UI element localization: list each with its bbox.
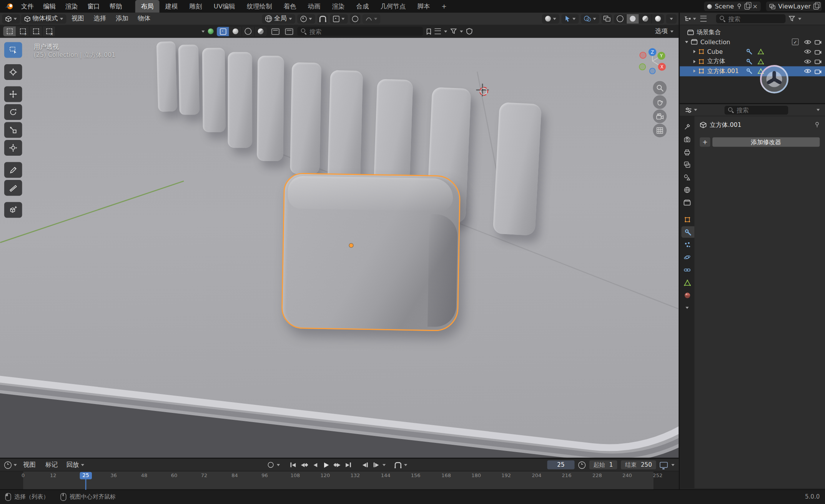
menu-object[interactable]: 物体 xyxy=(134,13,155,25)
panel-expand-icon[interactable] xyxy=(201,30,205,32)
selected-object-cube[interactable] xyxy=(281,173,461,331)
pivot-point-dropdown[interactable] xyxy=(297,14,315,23)
tab-render[interactable] xyxy=(680,134,694,145)
properties-search-input[interactable] xyxy=(737,106,785,113)
tab-output[interactable] xyxy=(680,146,694,158)
tool-rotate-button[interactable] xyxy=(4,104,22,120)
stamp-button-2[interactable] xyxy=(284,27,294,36)
mesh-tooth[interactable] xyxy=(290,62,321,174)
tool-scale-button[interactable] xyxy=(4,122,22,138)
start-frame-field[interactable]: 起始 1 xyxy=(589,461,617,469)
pin-icon[interactable] xyxy=(815,121,820,128)
workspace-tab-scripting[interactable]: 脚本 xyxy=(411,0,436,13)
outliner-row-cube[interactable]: Cube xyxy=(680,47,825,57)
axis-neg-x-ball[interactable] xyxy=(640,52,646,58)
viewport-canvas[interactable]: 用户透视 (25) Collection | 立方体.001 Z xyxy=(0,38,679,459)
object-visibility-dropdown[interactable] xyxy=(542,14,559,23)
auto-keying-toggle[interactable] xyxy=(266,460,275,470)
toggle-ortho-button[interactable] xyxy=(653,124,667,138)
axis-neg-y-ball[interactable] xyxy=(639,64,645,70)
outliner-search-input[interactable] xyxy=(728,15,782,22)
outliner-row-collection[interactable]: Collection ✓ xyxy=(680,37,825,47)
shape-sphere-button-1[interactable] xyxy=(230,27,242,36)
shading-solid-button[interactable] xyxy=(627,14,639,23)
navigation-gizmo[interactable]: Z Y X xyxy=(638,46,667,76)
menu-file[interactable]: 文件 xyxy=(16,0,38,13)
tab-object-data[interactable] xyxy=(680,277,694,288)
proportional-edit-toggle[interactable] xyxy=(350,14,360,23)
workspace-tab-rendering[interactable]: 渲染 xyxy=(326,0,351,13)
axis-neg-z-ball[interactable] xyxy=(650,68,655,74)
stopwatch-icon[interactable] xyxy=(578,461,585,469)
disable-render-toggle[interactable] xyxy=(815,37,822,47)
mode-dropdown[interactable]: 物体模式 xyxy=(21,14,67,23)
add-modifier-plus-button[interactable]: + xyxy=(700,137,710,147)
outliner-row-lifangti[interactable]: 立方体 xyxy=(680,57,825,66)
play-reverse-button[interactable] xyxy=(310,460,320,470)
jump-to-end-button[interactable] xyxy=(344,460,353,470)
select-subtract-button[interactable]: − xyxy=(30,26,43,36)
pin-icon[interactable] xyxy=(737,3,742,9)
tool-annotate-button[interactable] xyxy=(4,162,22,178)
next-frame-button[interactable] xyxy=(371,460,381,470)
expand-icon[interactable] xyxy=(694,70,695,73)
tool-search[interactable] xyxy=(297,27,423,36)
display-mode-icon[interactable] xyxy=(434,28,441,34)
expand-icon[interactable] xyxy=(694,50,695,53)
proportional-falloff-dropdown[interactable] xyxy=(363,14,381,23)
hide-viewport-toggle[interactable] xyxy=(804,37,811,47)
disable-render-toggle[interactable] xyxy=(815,66,822,76)
menu-add[interactable]: 添加 xyxy=(111,13,133,25)
bookmark-icon[interactable] xyxy=(426,28,432,34)
pan-view-button[interactable] xyxy=(653,95,667,109)
shading-rendered-button[interactable] xyxy=(652,14,664,23)
workspace-tab-sculpting[interactable]: 雕刻 xyxy=(184,0,208,13)
outliner-row-scene-collection[interactable]: 场景集合 xyxy=(680,27,825,37)
blender-logo-menu[interactable] xyxy=(3,2,15,10)
sync-range-icon[interactable] xyxy=(660,462,668,468)
playhead[interactable]: 25 xyxy=(80,472,92,479)
workspace-tab-texture-paint[interactable]: 纹理绘制 xyxy=(241,0,278,13)
tab-scene[interactable] xyxy=(680,171,694,183)
menu-render[interactable]: 渲染 xyxy=(60,0,82,13)
shape-sphere-button-3[interactable] xyxy=(254,27,266,36)
disable-render-toggle[interactable] xyxy=(815,47,822,57)
timeline-ruler[interactable]: 0 12 24 36 48 60 72 84 96 108 120 132 14… xyxy=(0,471,679,490)
tool-options-dropdown[interactable]: 选项 xyxy=(655,25,674,37)
tab-tool[interactable] xyxy=(680,121,694,133)
tab-constraints[interactable] xyxy=(680,264,694,276)
tool-transform-button[interactable] xyxy=(4,140,22,156)
menu-select[interactable]: 选择 xyxy=(90,13,111,25)
camera-view-button[interactable] xyxy=(653,110,667,123)
hide-viewport-toggle[interactable] xyxy=(804,57,811,66)
tool-cursor-button[interactable] xyxy=(4,64,22,80)
tab-view-layer[interactable] xyxy=(680,159,694,170)
mesh-tooth[interactable] xyxy=(257,56,284,161)
shading-material-button[interactable] xyxy=(639,14,652,23)
scene-selector[interactable]: Scene × xyxy=(704,2,761,11)
shading-options-dropdown[interactable] xyxy=(666,14,677,23)
chevron-down-icon[interactable] xyxy=(817,109,820,111)
mesh-tooth[interactable] xyxy=(228,52,252,148)
select-set-button[interactable] xyxy=(3,26,16,36)
add-modifier-button[interactable]: 添加修改器 xyxy=(712,137,820,147)
workspace-tab-uv-editing[interactable]: UV编辑 xyxy=(208,0,241,13)
expand-icon[interactable] xyxy=(694,60,695,63)
gizmos-dropdown[interactable] xyxy=(561,14,579,23)
tool-measure-button[interactable] xyxy=(4,180,22,196)
workspace-tab-modeling[interactable]: 建模 xyxy=(160,0,184,13)
editor-type-button[interactable] xyxy=(2,14,20,23)
shape-square-button[interactable] xyxy=(217,27,230,36)
tab-object[interactable] xyxy=(680,214,694,225)
workspace-tab-layout[interactable]: 布局 xyxy=(135,0,160,13)
next-keyframe-button[interactable] xyxy=(333,460,342,470)
tool-move-button[interactable] xyxy=(4,86,22,102)
tool-select-box-button[interactable] xyxy=(4,42,22,58)
workspace-tab-animation[interactable]: 动画 xyxy=(302,0,326,13)
tab-particles[interactable] xyxy=(680,239,694,250)
hide-viewport-toggle[interactable] xyxy=(804,66,811,76)
play-button[interactable] xyxy=(321,460,331,470)
transform-orientation-dropdown[interactable]: 全局 xyxy=(262,14,295,23)
properties-editor-type-button[interactable] xyxy=(684,105,698,115)
prev-keyframe-button[interactable] xyxy=(299,460,309,470)
